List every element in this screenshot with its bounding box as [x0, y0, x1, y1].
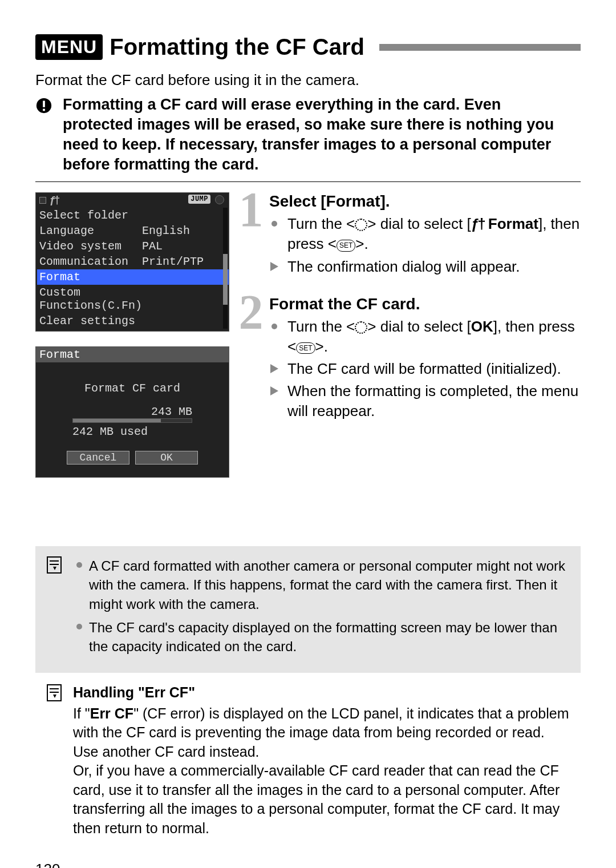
err-cf-body-2: Or, if you have a commercially-available… [73, 761, 569, 838]
step-bullet: The CF card will be formatted (initializ… [284, 359, 581, 379]
wrench-icon: ƒ† [50, 195, 61, 206]
note-box: ▾ A CF card formatted with another camer… [35, 546, 581, 673]
lcd-menu-item: Custom Functions(C.Fn) [36, 285, 229, 313]
step-title: Select [Format]. [269, 192, 581, 211]
svg-rect-1 [43, 101, 45, 107]
err-cf-section: ▾ Handling "Err CF" If "Err CF" (CF erro… [35, 682, 581, 838]
lcd-total-size: 243 MB [151, 405, 192, 418]
steps-column: 1 Select [Format]. Turn the <> dial to s… [235, 192, 581, 478]
lcd-ok-button: OK [135, 451, 198, 465]
lcd-used-size: 242 MB used [72, 425, 148, 438]
menu-badge: MENU [35, 34, 103, 60]
instruction-step: 2 Format the CF card. Turn the <> dial t… [235, 295, 581, 423]
note-bullet: The CF card's capacity displayed on the … [73, 618, 569, 656]
lcd-menu-item: Select folder [36, 208, 229, 223]
note-body: A CF card formatted with another camera … [73, 556, 569, 660]
exclamation-icon [35, 95, 55, 175]
note-bullet: A CF card formatted with another camera … [73, 556, 569, 613]
step-bullet: Turn the <> dial to select [OK], then pr… [284, 317, 581, 357]
jump-badge: JUMP [188, 195, 210, 204]
err-cf-body: If "Err CF" (CF error) is displayed on t… [73, 704, 569, 762]
page-number: 120 [35, 861, 581, 868]
lcd-menu-item: Format [36, 269, 229, 285]
lcd-menu-screenshot: ƒ† JUMP Select folderLanguageEnglishVide… [35, 192, 229, 332]
lcd-menu-item: CommunicationPrint/PTP [36, 254, 229, 269]
note-page-icon: ▾ [47, 684, 64, 838]
step-bullet: The confirmation dialog will appear. [284, 257, 581, 277]
page-title-row: MENU Formatting the CF Card [35, 34, 581, 60]
lcd-cancel-button: Cancel [67, 451, 129, 465]
lcd-scrollbar [223, 208, 228, 329]
lcd-format-title: Format [36, 347, 229, 362]
lcd-menu-list: Select folderLanguageEnglishVideo system… [36, 208, 229, 331]
lcd-menu-item: LanguageEnglish [36, 223, 229, 239]
note-page-icon: ▾ [47, 556, 64, 660]
page-title: Formatting the CF Card [110, 34, 364, 60]
warning-text: Formatting a CF card will erase everythi… [63, 95, 581, 175]
set-icon: SET [296, 342, 315, 354]
dial-icon [355, 219, 367, 231]
step-bullet: When the formatting is completed, the me… [284, 381, 581, 421]
lcd-format-screenshot: Format Format CF card 243 MB 242 MB used… [35, 346, 229, 478]
main-content: ƒ† JUMP Select folderLanguageEnglishVide… [35, 192, 581, 478]
wrench-icon: ƒ† [471, 215, 484, 232]
step-number: 1 [235, 192, 267, 278]
lcd-menu-item: Video systemPAL [36, 239, 229, 254]
lcd-column: ƒ† JUMP Select folderLanguageEnglishVide… [35, 192, 229, 478]
tab-dot-icon [39, 197, 46, 204]
lcd-format-line: Format CF card [42, 382, 223, 395]
dial-icon [355, 321, 367, 334]
lcd-menu-item: Clear settings [36, 313, 229, 329]
warning-block: Formatting a CF card will erase everythi… [35, 95, 581, 182]
set-icon: SET [337, 240, 355, 251]
step-number: 2 [235, 295, 267, 423]
err-cf-title: Handling "Err CF" [73, 684, 569, 701]
record-dot-icon [215, 195, 224, 204]
title-rule [379, 44, 581, 51]
intro-text: Format the CF card before using it in th… [35, 71, 581, 89]
svg-rect-2 [43, 109, 45, 111]
lcd-tab-bar: ƒ† JUMP [36, 193, 229, 208]
lcd-progress-bar [72, 418, 192, 423]
instruction-step: 1 Select [Format]. Turn the <> dial to s… [235, 192, 581, 278]
step-bullet: Turn the <> dial to select [ƒ† Format], … [284, 214, 581, 254]
step-title: Format the CF card. [269, 295, 581, 313]
